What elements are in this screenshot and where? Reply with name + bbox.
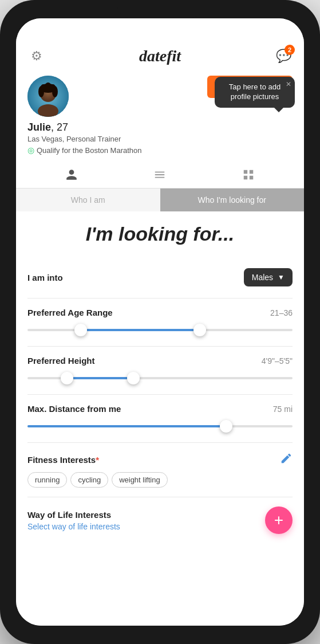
profile-goal-text: Qualify for the Boston Marathon [37,146,142,155]
tooltip-close-button[interactable]: ✕ [286,80,291,89]
chat-button[interactable]: 💬 2 [274,47,293,65]
edit-fitness-interests-button[interactable] [280,452,293,468]
profile-section: BOOST PROFILE Julie, 27 Las Vegas, Perso… [16,71,304,162]
add-photos-tooltip[interactable]: ✕ Tap here to add profile pictures [215,77,295,108]
preferred-height-label: Preferred Height [27,356,95,366]
dropdown-arrow-icon: ▼ [278,273,285,281]
required-indicator: * [96,455,99,465]
svg-point-8 [50,84,56,90]
app-logo: datefit [139,47,181,65]
way-of-life-section: Way of Life Interests Select way of life… [27,497,293,543]
preferred-age-label: Preferred Age Range [27,308,113,317]
i-am-into-label: I am into [27,273,63,282]
max-distance-slider[interactable] [27,419,293,433]
fitness-tag-cycling: cycling [70,472,108,488]
avatar-image [27,76,69,117]
tooltip-text: Tap here to add profile pictures [229,83,281,101]
section-tabs: Who I am Who I'm looking for [16,189,304,211]
age-slider-thumb-max[interactable] [193,324,206,336]
preferred-age-row: Preferred Age Range 21–36 [27,299,293,347]
fitness-interest-tags: running cycling weight lifting [27,472,293,488]
status-bar [16,18,304,44]
avatar[interactable] [27,76,69,117]
preferred-age-value: 21–36 [270,308,293,317]
age-slider-fill [81,329,200,331]
i-am-into-dropdown[interactable]: Males ▼ [244,268,293,286]
fitness-tag-weight-lifting: weight lifting [112,472,168,488]
height-slider-thumb-min[interactable] [61,372,73,384]
i-am-into-row: I am into Males ▼ [27,259,293,299]
i-am-into-value: Males [252,273,273,282]
preferred-age-slider[interactable] [27,323,293,337]
phone-screen: ⚙ datefit 💬 2 [16,18,304,626]
main-title: I'm looking for... [27,223,293,245]
max-distance-label: Max. Distance from me [27,404,121,414]
max-distance-row: Max. Distance from me 75 mi [27,395,293,443]
max-distance-value: 75 mi [273,405,293,414]
select-way-of-life-link[interactable]: Select way of life interests [27,522,120,531]
height-slider-thumb-max[interactable] [127,372,140,384]
phone-frame: ⚙ datefit 💬 2 [0,0,320,644]
profile-location: Las Vegas, Personal Trainer [27,135,293,143]
profile-info: Julie, 27 Las Vegas, Personal Trainer ◎ … [27,121,293,155]
height-slider-fill [67,377,133,379]
notification-badge: 2 [285,45,295,55]
list-icon-tab[interactable] [142,166,177,183]
way-of-life-label: Way of Life Interests [27,510,120,520]
tab-who-i-am[interactable]: Who I am [16,189,160,211]
preferred-height-row: Preferred Height 4'9"–5'5" [27,347,293,395]
fitness-interests-row: Fitness Interests* running cycling weigh… [27,443,293,497]
fitness-interests-label: Fitness Interests* [27,455,99,465]
add-way-of-life-button[interactable]: + [265,506,293,534]
goal-icon: ◎ [27,146,34,155]
main-content: I'm looking for... I am into Males ▼ Pre… [16,211,304,626]
grid-icon-tab[interactable] [231,166,266,183]
preferred-height-slider[interactable] [27,371,293,385]
tab-who-looking-for[interactable]: Who I'm looking for [160,189,305,211]
app-header: ⚙ datefit 💬 2 [16,44,304,71]
age-slider-thumb-min[interactable] [74,324,87,336]
distance-slider-thumb[interactable] [220,420,232,433]
phone-notch [117,0,203,17]
preferred-height-value: 4'9"–5'5" [262,356,293,366]
profile-name: Julie, 27 [27,121,293,133]
profile-goal: ◎ Qualify for the Boston Marathon [27,146,293,155]
distance-slider-fill [27,425,226,427]
profile-icon-tab[interactable] [54,166,89,183]
settings-icon[interactable]: ⚙ [27,47,46,65]
fitness-tag-running: running [27,472,67,488]
profile-tab-icons [16,162,304,189]
